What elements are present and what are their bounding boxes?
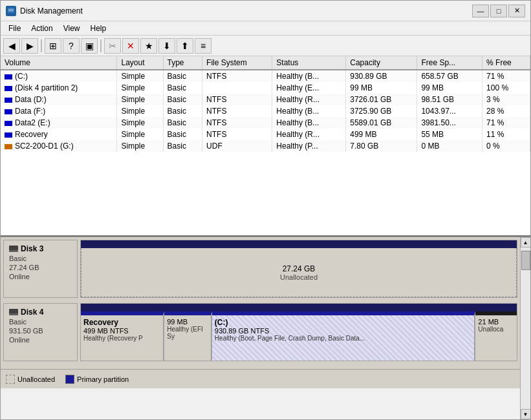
legend-unallocated: Unallocated <box>6 375 55 384</box>
cell-capacity: 499 MB <box>346 129 417 140</box>
disk4-type: Basic <box>9 318 72 326</box>
back-button[interactable]: ◀ <box>3 38 20 54</box>
disk4-partition-2[interactable]: (C:)930.89 GB NTFSHealthy (Boot, Page Fi… <box>212 311 476 361</box>
partition-size: 499 MB NTFS <box>83 327 160 335</box>
table-row[interactable]: Data (F:) Simple Basic NTFS Healthy (B..… <box>1 105 530 117</box>
cell-volume: Recovery <box>1 129 117 140</box>
minimize-button[interactable]: — <box>472 5 489 17</box>
cell-layout: Simple <box>117 140 163 152</box>
toolbar-sep-2 <box>100 39 102 52</box>
col-volume[interactable]: Volume <box>1 56 117 70</box>
partition-size: 930.89 GB NTFS <box>215 327 472 335</box>
table-row[interactable]: SC2-200-D1 (G:) Simple Basic UDF Healthy… <box>1 140 530 152</box>
cell-layout: Simple <box>117 70 163 82</box>
col-type[interactable]: Type <box>163 56 202 70</box>
col-free[interactable]: Free Sp... <box>417 56 482 70</box>
cell-layout: Simple <box>117 117 163 129</box>
cell-volume: (Disk 4 partition 2) <box>1 82 117 94</box>
table-row[interactable]: Recovery Simple Basic NTFS Healthy (R...… <box>1 129 530 140</box>
table-row[interactable]: Data (D:) Simple Basic NTFS Healthy (R..… <box>1 94 530 105</box>
cell-free: 0 MB <box>417 140 482 152</box>
svg-rect-1 <box>8 9 14 10</box>
cell-status: Healthy (B... <box>272 70 346 82</box>
cell-layout: Simple <box>117 82 163 94</box>
up-button[interactable]: ⬆ <box>177 38 193 54</box>
close-button[interactable]: ✕ <box>508 5 525 17</box>
cell-status: Healthy (P... <box>272 140 346 152</box>
disk4-partition-3[interactable]: 21 MBUnalloca <box>475 311 517 361</box>
partition-status: Healthy (EFI Sy <box>167 326 208 340</box>
properties-button[interactable]: ▣ <box>81 38 98 54</box>
cell-volume: Data (F:) <box>1 105 117 117</box>
mark-active-button[interactable]: ★ <box>140 38 157 54</box>
table-row[interactable]: (Disk 4 partition 2) Simple Basic Health… <box>1 82 530 94</box>
help-button[interactable]: ? <box>63 38 80 54</box>
view-button[interactable]: ≡ <box>195 38 211 54</box>
cell-pct: 0 % <box>482 140 530 152</box>
disk3-unalloc-size: 27.24 GB <box>283 264 316 273</box>
scroll-track[interactable] <box>521 247 531 409</box>
col-capacity[interactable]: Capacity <box>346 56 417 70</box>
menu-file[interactable]: File <box>3 23 26 34</box>
menu-action[interactable]: Action <box>26 23 58 34</box>
table-row[interactable]: Data2 (E:) Simple Basic NTFS Healthy (B.… <box>1 117 530 129</box>
menu-view[interactable]: View <box>58 23 85 34</box>
cell-free: 99 MB <box>417 82 482 94</box>
wizard-button[interactable]: ✂ <box>104 38 121 54</box>
disk4-partition-0[interactable]: Recovery499 MB NTFSHealthy (Recovery P <box>81 311 164 361</box>
cell-capacity: 5589.01 GB <box>346 117 417 129</box>
forward-button[interactable]: ▶ <box>21 38 38 54</box>
partition-status: Healthy (Recovery P <box>83 335 160 342</box>
svg-rect-2 <box>8 10 14 11</box>
cell-capacity: 7.80 GB <box>346 140 417 152</box>
legend-unalloc-label: Unallocated <box>17 375 55 383</box>
cell-type: Basic <box>163 82 202 94</box>
vol-icon <box>5 86 12 91</box>
legend-primary-label: Primary partition <box>77 375 129 383</box>
col-layout[interactable]: Layout <box>117 56 163 70</box>
cell-free: 658.57 GB <box>417 70 482 82</box>
partition-name: Recovery <box>83 318 160 327</box>
disk4-row: Disk 4 Basic 931.50 GB Online Recovery49… <box>3 303 517 361</box>
scroll-up-btn[interactable]: ▲ <box>521 237 531 247</box>
cell-volume: (C:) <box>1 70 117 82</box>
disk3-name-text: Disk 3 <box>21 244 43 253</box>
list-button[interactable]: ⊞ <box>45 38 61 54</box>
cell-layout: Simple <box>117 105 163 117</box>
disk-scroll-content: Disk 3 Basic 27.24 GB Online 27.24 GB <box>1 237 520 419</box>
vol-icon <box>5 98 12 103</box>
disk3-row: Disk 3 Basic 27.24 GB Online 27.24 GB <box>3 240 517 298</box>
cell-type: Basic <box>163 117 202 129</box>
cell-pct: 71 % <box>482 117 530 129</box>
partition-size: 21 MB <box>478 318 514 326</box>
disk4-partition-1[interactable]: 99 MBHealthy (EFI Sy <box>164 311 212 361</box>
cell-layout: Simple <box>117 129 163 140</box>
col-status[interactable]: Status <box>272 56 346 70</box>
col-pct[interactable]: % Free <box>482 56 530 70</box>
menu-help[interactable]: Help <box>85 23 112 34</box>
delete-button[interactable]: ✕ <box>122 38 139 54</box>
disk4-inner: Recovery499 MB NTFSHealthy (Recovery P99… <box>81 311 517 361</box>
disk4-name: Disk 4 <box>9 308 72 317</box>
cell-free: 98.51 GB <box>417 94 482 105</box>
scroll-thumb[interactable] <box>521 251 530 270</box>
disk3-status: Online <box>9 273 72 280</box>
vol-icon <box>5 144 12 149</box>
table-row[interactable]: (C:) Simple Basic NTFS Healthy (B... 930… <box>1 70 530 82</box>
down-button[interactable]: ⬇ <box>158 38 175 54</box>
cell-fs <box>202 82 272 94</box>
maximize-button[interactable]: □ <box>490 5 507 17</box>
scroll-down-btn[interactable]: ▼ <box>521 409 531 419</box>
scrollbar: ▲ ▼ <box>520 237 530 419</box>
cell-status: Healthy (R... <box>272 94 346 105</box>
disk3-size: 27.24 GB <box>9 264 72 271</box>
disk4-partitions: Recovery499 MB NTFSHealthy (Recovery P99… <box>80 303 517 361</box>
disk3-unallocated[interactable]: 27.24 GB Unallocated <box>81 248 517 297</box>
cell-volume: SC2-200-D1 (G:) <box>1 140 117 152</box>
cell-volume: Data2 (E:) <box>1 117 117 129</box>
col-fs[interactable]: File System <box>202 56 272 70</box>
disk4-label: Disk 4 Basic 931.50 GB Online <box>3 303 78 361</box>
cell-type: Basic <box>163 129 202 140</box>
cell-capacity: 99 MB <box>346 82 417 94</box>
window: Disk Management — □ ✕ File Action View H… <box>0 0 531 420</box>
